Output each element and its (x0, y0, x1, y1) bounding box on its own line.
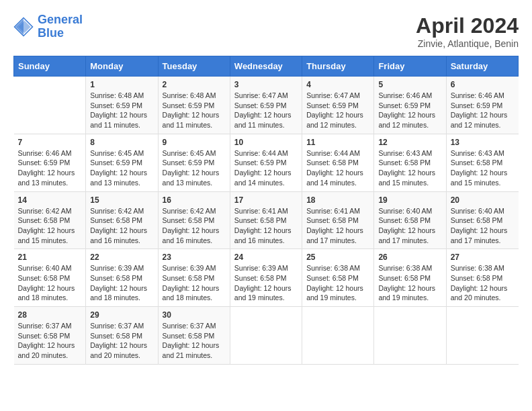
calendar-cell: 27Sunrise: 6:38 AM Sunset: 6:58 PM Dayli… (446, 249, 518, 307)
day-number: 6 (451, 80, 515, 89)
cell-info: Sunrise: 6:39 AM Sunset: 6:58 PM Dayligh… (90, 263, 153, 303)
calendar-cell: 13Sunrise: 6:43 AM Sunset: 6:58 PM Dayli… (446, 134, 518, 191)
day-number: 26 (378, 253, 441, 262)
day-number: 29 (90, 310, 153, 320)
calendar-cell: 12Sunrise: 6:43 AM Sunset: 6:58 PM Dayli… (374, 134, 446, 191)
cell-info: Sunrise: 6:45 AM Sunset: 6:59 PM Dayligh… (163, 148, 226, 188)
calendar-cell: 3Sunrise: 6:47 AM Sunset: 6:59 PM Daylig… (230, 77, 302, 134)
calendar-cell: 11Sunrise: 6:44 AM Sunset: 6:58 PM Dayli… (302, 134, 374, 191)
logo: General Blue (13, 13, 83, 40)
header-day-monday: Monday (86, 56, 158, 77)
header-day-tuesday: Tuesday (158, 56, 230, 77)
cell-info: Sunrise: 6:37 AM Sunset: 6:58 PM Dayligh… (163, 321, 226, 361)
cell-info: Sunrise: 6:41 AM Sunset: 6:58 PM Dayligh… (234, 206, 298, 246)
calendar-cell: 8Sunrise: 6:45 AM Sunset: 6:59 PM Daylig… (86, 134, 158, 191)
cell-info: Sunrise: 6:43 AM Sunset: 6:58 PM Dayligh… (451, 148, 515, 188)
cell-info: Sunrise: 6:44 AM Sunset: 6:58 PM Dayligh… (306, 148, 369, 188)
calendar-cell: 14Sunrise: 6:42 AM Sunset: 6:58 PM Dayli… (14, 191, 86, 249)
week-row-0: 1Sunrise: 6:48 AM Sunset: 6:59 PM Daylig… (14, 77, 519, 134)
calendar-cell: 20Sunrise: 6:40 AM Sunset: 6:58 PM Dayli… (446, 191, 518, 249)
cell-info: Sunrise: 6:40 AM Sunset: 6:58 PM Dayligh… (378, 206, 441, 246)
calendar-cell: 24Sunrise: 6:39 AM Sunset: 6:58 PM Dayli… (230, 249, 302, 307)
calendar-cell: 7Sunrise: 6:46 AM Sunset: 6:59 PM Daylig… (14, 134, 86, 191)
day-number: 4 (306, 80, 369, 89)
calendar-cell: 18Sunrise: 6:41 AM Sunset: 6:58 PM Dayli… (302, 191, 374, 249)
day-number: 11 (306, 138, 369, 147)
calendar-cell: 16Sunrise: 6:42 AM Sunset: 6:58 PM Dayli… (158, 191, 230, 249)
cell-info: Sunrise: 6:46 AM Sunset: 6:59 PM Dayligh… (378, 91, 441, 130)
cell-info: Sunrise: 6:43 AM Sunset: 6:58 PM Dayligh… (378, 148, 441, 188)
day-number: 27 (451, 253, 515, 262)
header-row: SundayMondayTuesdayWednesdayThursdayFrid… (14, 56, 519, 77)
calendar-cell: 22Sunrise: 6:39 AM Sunset: 6:58 PM Dayli… (86, 249, 158, 307)
day-number: 25 (306, 253, 369, 262)
cell-info: Sunrise: 6:39 AM Sunset: 6:58 PM Dayligh… (163, 263, 226, 303)
header-day-thursday: Thursday (302, 56, 374, 77)
calendar-cell: 26Sunrise: 6:38 AM Sunset: 6:58 PM Dayli… (374, 249, 446, 307)
calendar-cell: 1Sunrise: 6:48 AM Sunset: 6:59 PM Daylig… (86, 77, 158, 134)
day-number: 30 (163, 310, 226, 320)
day-number: 2 (163, 80, 226, 89)
calendar-cell: 21Sunrise: 6:40 AM Sunset: 6:58 PM Dayli… (14, 249, 86, 307)
day-number: 8 (90, 138, 153, 147)
day-number: 12 (378, 138, 441, 147)
logo-line2: Blue (38, 26, 64, 40)
cell-info: Sunrise: 6:37 AM Sunset: 6:58 PM Dayligh… (18, 321, 82, 361)
header-day-sunday: Sunday (14, 56, 86, 77)
day-number: 24 (234, 253, 298, 262)
day-number: 5 (378, 80, 441, 89)
cell-info: Sunrise: 6:47 AM Sunset: 6:59 PM Dayligh… (306, 91, 369, 130)
cell-info: Sunrise: 6:38 AM Sunset: 6:58 PM Dayligh… (306, 263, 369, 303)
header-day-saturday: Saturday (446, 56, 518, 77)
day-number: 20 (451, 195, 515, 205)
cell-info: Sunrise: 6:45 AM Sunset: 6:59 PM Dayligh… (90, 148, 153, 188)
calendar-cell: 9Sunrise: 6:45 AM Sunset: 6:59 PM Daylig… (158, 134, 230, 191)
calendar-cell (302, 307, 374, 365)
day-number: 15 (90, 195, 153, 205)
calendar-cell: 25Sunrise: 6:38 AM Sunset: 6:58 PM Dayli… (302, 249, 374, 307)
cell-info: Sunrise: 6:48 AM Sunset: 6:59 PM Dayligh… (163, 91, 226, 130)
cell-info: Sunrise: 6:48 AM Sunset: 6:59 PM Dayligh… (90, 91, 153, 130)
cell-info: Sunrise: 6:46 AM Sunset: 6:59 PM Dayligh… (18, 148, 82, 188)
day-number: 22 (90, 253, 153, 262)
header-day-wednesday: Wednesday (230, 56, 302, 77)
calendar-cell: 28Sunrise: 6:37 AM Sunset: 6:58 PM Dayli… (14, 307, 86, 365)
calendar-cell: 15Sunrise: 6:42 AM Sunset: 6:58 PM Dayli… (86, 191, 158, 249)
cell-info: Sunrise: 6:46 AM Sunset: 6:59 PM Dayligh… (451, 91, 515, 130)
calendar-cell: 5Sunrise: 6:46 AM Sunset: 6:59 PM Daylig… (374, 77, 446, 134)
calendar-cell: 6Sunrise: 6:46 AM Sunset: 6:59 PM Daylig… (446, 77, 518, 134)
cell-info: Sunrise: 6:42 AM Sunset: 6:58 PM Dayligh… (90, 206, 153, 246)
header-day-friday: Friday (374, 56, 446, 77)
day-number: 19 (378, 195, 441, 205)
page-header: General Blue April 2024 Zinvie, Atlantiq… (13, 13, 519, 49)
cell-info: Sunrise: 6:39 AM Sunset: 6:58 PM Dayligh… (234, 263, 298, 303)
day-number: 1 (90, 80, 153, 89)
day-number: 16 (163, 195, 226, 205)
title-block: April 2024 Zinvie, Atlantique, Benin (416, 13, 519, 49)
calendar-cell: 29Sunrise: 6:37 AM Sunset: 6:58 PM Dayli… (86, 307, 158, 365)
week-row-2: 14Sunrise: 6:42 AM Sunset: 6:58 PM Dayli… (14, 191, 519, 249)
calendar-cell: 2Sunrise: 6:48 AM Sunset: 6:59 PM Daylig… (158, 77, 230, 134)
calendar-cell (14, 77, 86, 134)
calendar-cell: 4Sunrise: 6:47 AM Sunset: 6:59 PM Daylig… (302, 77, 374, 134)
calendar-cell (374, 307, 446, 365)
logo-line1: General (38, 13, 83, 26)
cell-info: Sunrise: 6:42 AM Sunset: 6:58 PM Dayligh… (18, 206, 82, 246)
logo-icon (13, 17, 34, 37)
day-number: 17 (234, 195, 298, 205)
calendar-cell: 23Sunrise: 6:39 AM Sunset: 6:58 PM Dayli… (158, 249, 230, 307)
calendar-cell: 10Sunrise: 6:44 AM Sunset: 6:59 PM Dayli… (230, 134, 302, 191)
day-number: 3 (234, 80, 298, 89)
week-row-1: 7Sunrise: 6:46 AM Sunset: 6:59 PM Daylig… (14, 134, 519, 191)
logo-text: General Blue (38, 13, 83, 40)
day-number: 10 (234, 138, 298, 147)
day-number: 21 (18, 253, 82, 262)
day-number: 9 (163, 138, 226, 147)
day-number: 18 (306, 195, 369, 205)
cell-info: Sunrise: 6:47 AM Sunset: 6:59 PM Dayligh… (234, 91, 298, 130)
week-row-3: 21Sunrise: 6:40 AM Sunset: 6:58 PM Dayli… (14, 249, 519, 307)
day-number: 23 (163, 253, 226, 262)
cell-info: Sunrise: 6:38 AM Sunset: 6:58 PM Dayligh… (451, 263, 515, 303)
cell-info: Sunrise: 6:40 AM Sunset: 6:58 PM Dayligh… (451, 206, 515, 246)
cell-info: Sunrise: 6:42 AM Sunset: 6:58 PM Dayligh… (163, 206, 226, 246)
